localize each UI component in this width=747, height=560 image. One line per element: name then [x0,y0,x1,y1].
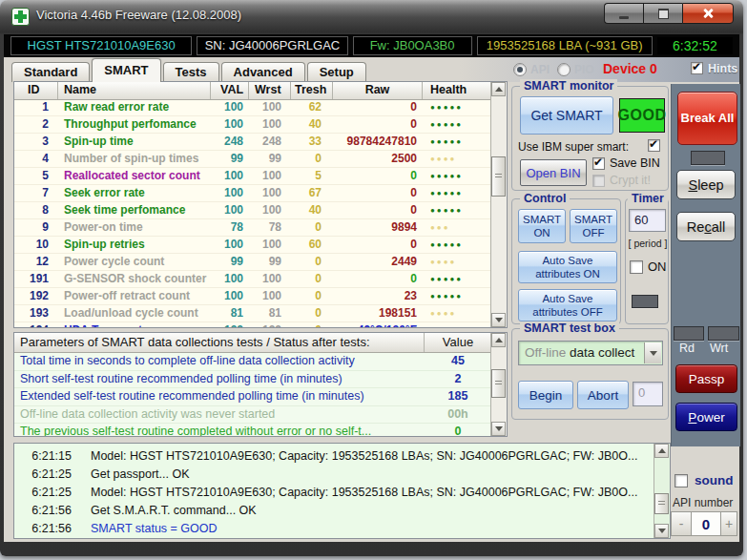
scroll-up-button[interactable] [491,333,506,347]
smart-off-button[interactable]: SMART OFF [570,209,617,243]
smart-attribute-row[interactable]: 9Power-on time787809894●●● [14,219,491,237]
param-row[interactable]: Extended self-test routine recommended p… [14,388,507,406]
param-row[interactable]: The previous self-test routine completed… [14,424,507,437]
attr-val: 99 [211,254,249,270]
begin-button[interactable]: Begin [518,381,573,409]
open-bin-button[interactable]: Open BIN [520,159,587,186]
close-button[interactable] [682,3,734,24]
attr-wrst: 100 [249,116,291,133]
attr-tresh: 0 [291,305,333,321]
smart-attribute-row[interactable]: 8Seek time perfomance100100400●●●●● [14,202,491,219]
tab-smart[interactable]: SMART [92,58,160,82]
recall-button[interactable]: Recall [676,212,736,241]
smart-on-button[interactable]: SMART ON [518,209,566,243]
scroll-down-button[interactable] [491,422,506,436]
attr-raw: 2500 [333,151,423,167]
crypt-label: Crypt it! [610,174,651,187]
timer-group: Timer 60 [ period ] ON [625,198,669,324]
header-name[interactable]: Name [58,82,211,99]
stepper-minus-button[interactable]: - [671,511,692,536]
timer-on-checkbox[interactable] [630,260,643,274]
header-raw[interactable]: Raw [333,82,423,99]
smart-attribute-row[interactable]: 194HDA Temperature122122049°C/120°F●●●● [14,322,491,328]
health-dots: ●●●●● [430,206,463,215]
ibm-smart-checkbox[interactable] [648,139,660,152]
attr-val: 100 [211,116,249,133]
autosave-on-button[interactable]: Auto Save attributes ON [518,251,617,283]
smart-attribute-row[interactable]: 193Load/unload cycle count81810198151●●●… [14,305,491,322]
header-wrst[interactable]: Wrst [249,82,291,99]
attr-val: 122 [211,322,249,328]
triangle-down-icon [658,529,666,533]
smart-attribute-row[interactable]: 5Reallocated sector count10010050●●●●● [14,168,491,185]
triangle-up-icon [658,448,666,453]
stepper-plus-button[interactable]: + [720,511,737,536]
break-all-button[interactable]: Break All [677,92,737,145]
sound-checkbox[interactable] [674,474,688,487]
smart-attribute-row[interactable]: 10Spin-up retries100100600●●●●● [14,237,491,254]
smart-attribute-row[interactable]: 192Power-off retract count100100023●●●●● [14,288,491,305]
header-val[interactable]: VAL [211,82,249,99]
crypt-checkbox [592,175,605,187]
attr-name: Throughput perfomance [58,116,211,133]
smart-attribute-row[interactable]: 4Number of spin-up times999902500●●●● [14,151,491,168]
hints-checkbox[interactable] [691,62,703,74]
scroll-up-button[interactable] [654,444,669,458]
pio-radio[interactable] [557,63,571,76]
app-window: Victoria 4.46b Freeware (12.08.2008) HGS… [0,0,743,556]
titlebar[interactable]: Victoria 4.46b Freeware (12.08.2008) [0,0,743,32]
attr-val: 100 [211,202,249,218]
tab-standard[interactable]: Standard [11,62,90,82]
attr-name: Raw read error rate [58,99,211,115]
power-button[interactable]: Power [675,403,737,431]
passp-button[interactable]: Passp [675,364,737,393]
attr-wrst: 100 [249,271,291,287]
busy-indicator [691,151,725,165]
smart-attribute-row[interactable]: 191G-SENSOR shock counter10010000●●●●● [14,271,491,288]
get-smart-button[interactable]: Get SMART [520,96,613,135]
params-header-value[interactable]: Value [424,333,491,352]
test-counter-field[interactable]: 0 [633,382,663,406]
header-id[interactable]: ID [14,82,58,99]
smart-table-scrollbar[interactable] [490,82,507,327]
autosave-off-button[interactable]: Auto Save attributes OFF [518,289,617,321]
abort-button[interactable]: Abort [577,381,629,409]
timer-period-input[interactable]: 60 [629,209,666,232]
smart-attribute-row[interactable]: 2Throughput perfomance100100400●●●●● [14,116,491,134]
header-tresh[interactable]: Tresh [291,82,333,99]
param-value: 0 [425,424,491,437]
save-bin-checkbox[interactable] [592,157,605,170]
scrollbar-thumb[interactable] [654,493,669,514]
scrollbar-thumb[interactable] [491,156,506,197]
timer-title: Timer [628,192,668,205]
test-type-dropdown[interactable]: Off-line data collect [518,341,663,365]
test-type-value-dim: Off-line [525,345,566,360]
scroll-up-button[interactable] [491,82,506,96]
smart-attribute-row[interactable]: 12Power cycle count999902449●●●● [14,254,491,271]
attr-tresh: 67 [291,185,333,201]
attr-val: 81 [211,305,249,321]
triangle-up-icon [495,87,503,92]
minimize-button[interactable] [604,3,643,24]
param-row[interactable]: Short self-test routine recommended poll… [14,371,507,389]
log-scrollbar[interactable] [654,444,670,538]
side-panel: Break All Sleep Recall Rd Wrt Passp Powe… [671,84,740,446]
tab-setup[interactable]: Setup [307,62,366,82]
smart-attribute-row[interactable]: 3Spin-up time2482483398784247810●●●●● [14,134,491,151]
smart-attribute-row[interactable]: 1Raw read error rate100100620●●●●● [14,99,491,116]
api-radio[interactable] [513,63,527,76]
sleep-button[interactable]: Sleep [676,170,736,199]
scroll-down-button[interactable] [654,524,669,538]
scrollbar-thumb[interactable] [491,369,506,398]
dropdown-button[interactable] [644,342,661,363]
param-row[interactable]: Off-line data collection activity was ne… [14,406,507,425]
maximize-button[interactable] [643,3,682,24]
params-header-label[interactable]: Parameters of SMART data collections tes… [14,333,424,352]
param-row[interactable]: Total time in seconds to complete off-li… [14,353,507,371]
tab-advanced[interactable]: Advanced [221,62,305,82]
smart-attribute-row[interactable]: 7Seek error rate100100670●●●●● [14,185,491,202]
params-table-scrollbar[interactable] [490,333,507,436]
write-indicator-label: Wrt [710,342,728,355]
tab-tests[interactable]: Tests [163,62,219,82]
scroll-down-button[interactable] [491,313,506,327]
